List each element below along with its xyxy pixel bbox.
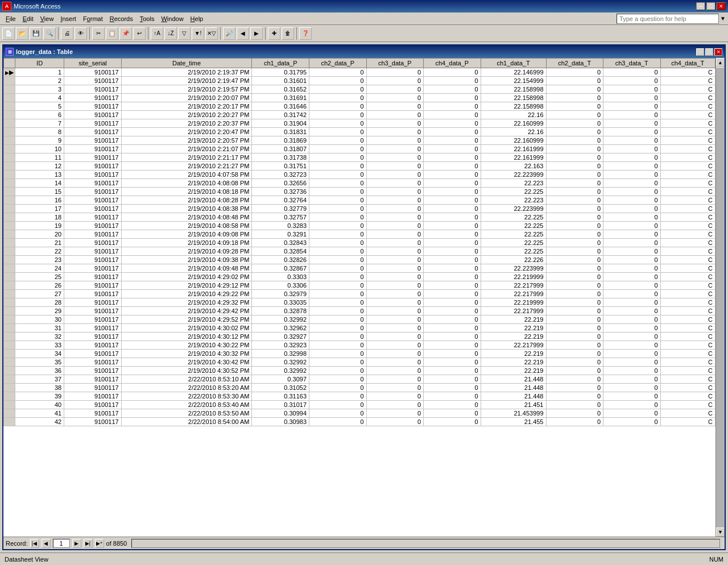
maximize-button[interactable]: □	[706, 2, 715, 10]
col-ch3t-header[interactable]: ch3_data_T	[603, 59, 661, 68]
table-row[interactable]: 4191001172/22/2010 8:53:50 AM0.309940002…	[4, 409, 715, 418]
paste-button[interactable]: 📌	[119, 27, 132, 40]
nav-prev-button[interactable]: ◀	[237, 27, 249, 40]
table-row[interactable]: 2691001172/19/2010 4:29:12 PM0.330600022…	[4, 281, 715, 290]
scroll-track[interactable]	[716, 68, 725, 527]
new-button[interactable]: 📄	[2, 27, 15, 40]
table-row[interactable]: 491001172/19/2010 2:20:07 PM0.3169100022…	[4, 94, 715, 102]
table-row[interactable]: 3391001172/19/2010 4:30:22 PM0.329230002…	[4, 341, 715, 350]
minimize-button[interactable]: ─	[696, 2, 705, 10]
scroll-up-button[interactable]: ▲	[716, 58, 725, 67]
undo-button[interactable]: ↩	[133, 27, 146, 40]
table-close-button[interactable]: ✕	[714, 48, 722, 56]
col-serial-header[interactable]: site_serial	[64, 59, 122, 68]
table-row[interactable]: 3291001172/19/2010 4:30:12 PM0.329270002…	[4, 333, 715, 341]
table-row[interactable]: 391001172/19/2010 2:19:57 PM0.3165200022…	[4, 85, 715, 94]
table-row[interactable]: 3191001172/19/2010 4:30:02 PM0.329620002…	[4, 324, 715, 333]
table-row[interactable]: 891001172/19/2010 2:20:47 PM0.3183100022…	[4, 128, 715, 136]
col-ch2p-header[interactable]: ch2_data_P	[309, 59, 367, 68]
table-row[interactable]: 1291001172/19/2010 2:21:27 PM0.317510002…	[4, 162, 715, 171]
table-row[interactable]: 3991001172/22/2010 8:53:30 AM0.311630002…	[4, 392, 715, 401]
table-row[interactable]: 2091001172/19/2010 4:09:08 PM0.329100022…	[4, 230, 715, 239]
table-row[interactable]: 3091001172/19/2010 4:29:52 PM0.329920002…	[4, 315, 715, 324]
table-row[interactable]: 591001172/19/2010 2:20:17 PM0.3164600022…	[4, 102, 715, 111]
table-row[interactable]: ▶191001172/19/2010 2:19:37 PM0.317950002…	[4, 68, 715, 77]
col-id-header[interactable]: ID	[15, 59, 64, 68]
table-row[interactable]: 691001172/19/2010 2:20:27 PM0.3174200022…	[4, 111, 715, 119]
print-button[interactable]: 🖨	[61, 27, 73, 40]
menu-records[interactable]: Records	[106, 14, 136, 23]
table-row[interactable]: 991001172/19/2010 2:20:57 PM0.3186900022…	[4, 136, 715, 145]
col-ch4p-header[interactable]: ch4_data_P	[424, 59, 481, 68]
menu-tools[interactable]: Tools	[136, 14, 158, 23]
preview-button[interactable]: 👁	[75, 27, 87, 40]
table-row[interactable]: 4091001172/22/2010 8:53:40 AM0.310170002…	[4, 401, 715, 409]
table-row[interactable]: 1691001172/19/2010 4:08:28 PM0.327640002…	[4, 196, 715, 205]
find-button[interactable]: 🔎	[223, 27, 235, 40]
table-row[interactable]: 1091001172/19/2010 2:21:07 PM0.318070002…	[4, 145, 715, 153]
table-row[interactable]: 3491001172/19/2010 4:30:32 PM0.329980002…	[4, 350, 715, 358]
table-row[interactable]: 1591001172/19/2010 4:08:18 PM0.327360002…	[4, 188, 715, 196]
table-row[interactable]: 291001172/19/2010 2:19:47 PM0.3160100022…	[4, 77, 715, 85]
nav-next-record-button[interactable]: ▶	[72, 539, 81, 548]
current-record-input[interactable]	[53, 539, 70, 548]
menu-view[interactable]: View	[37, 14, 57, 23]
table-row[interactable]: 2891001172/19/2010 4:29:32 PM0.330350002…	[4, 298, 715, 307]
table-row[interactable]: 3691001172/19/2010 4:30:52 PM0.329920002…	[4, 367, 715, 375]
table-row[interactable]: 2591001172/19/2010 4:29:02 PM0.330300022…	[4, 273, 715, 281]
col-ch4t-header[interactable]: ch4_data_T	[660, 59, 715, 68]
search-button[interactable]: 🔍	[43, 27, 56, 40]
sort-desc-button[interactable]: ↓Z	[164, 27, 177, 40]
menu-help[interactable]: Help	[187, 14, 207, 23]
filter-button[interactable]: ▽	[178, 27, 191, 40]
help2-button[interactable]: ❓	[299, 27, 312, 40]
col-ch2t-header[interactable]: ch2_data_T	[546, 59, 603, 68]
menu-insert[interactable]: Insert	[57, 14, 80, 23]
delete-record-button[interactable]: 🗑	[282, 27, 294, 40]
datasheet-scroll[interactable]: ID site_serial Date_time ch1_data_P ch2_…	[3, 58, 715, 537]
menu-window[interactable]: Window	[158, 14, 187, 23]
table-row[interactable]: 2391001172/19/2010 4:09:38 PM0.328260002…	[4, 256, 715, 264]
col-ch1t-header[interactable]: ch1_data_T	[481, 59, 546, 68]
table-row[interactable]: 2291001172/19/2010 4:09:28 PM0.328540002…	[4, 247, 715, 256]
col-ch3p-header[interactable]: ch3_data_P	[366, 59, 424, 68]
table-row[interactable]: 3591001172/19/2010 4:30:42 PM0.329920002…	[4, 358, 715, 367]
horizontal-scrollbar[interactable]	[131, 539, 720, 548]
table-row[interactable]: 1991001172/19/2010 4:08:58 PM0.328300022…	[4, 222, 715, 230]
filter-remove-button[interactable]: ✕▽	[205, 27, 218, 40]
sort-asc-button[interactable]: ↑A	[151, 27, 163, 40]
table-row[interactable]: 1891001172/19/2010 4:08:48 PM0.327570002…	[4, 213, 715, 222]
menu-edit[interactable]: Edit	[19, 14, 37, 23]
table-row[interactable]: 2791001172/19/2010 4:29:22 PM0.329790002…	[4, 290, 715, 298]
col-ch1p-header[interactable]: ch1_data_P	[252, 59, 309, 68]
table-maximize-button[interactable]: □	[705, 48, 713, 56]
save-button[interactable]: 💾	[30, 27, 42, 40]
table-row[interactable]: 1191001172/19/2010 2:21:17 PM0.317380002…	[4, 153, 715, 162]
table-row[interactable]: 2491001172/19/2010 4:09:48 PM0.328670002…	[4, 264, 715, 273]
table-minimize-button[interactable]: ─	[696, 48, 704, 56]
table-row[interactable]: 1791001172/19/2010 4:08:38 PM0.327790002…	[4, 205, 715, 213]
table-row[interactable]: 1491001172/19/2010 4:08:08 PM0.326560002…	[4, 179, 715, 188]
table-row[interactable]: 1391001172/19/2010 4:07:58 PM0.327230002…	[4, 171, 715, 179]
scroll-down-button[interactable]: ▼	[716, 527, 725, 537]
nav-last-button[interactable]: ▶|	[84, 539, 93, 548]
table-row[interactable]: 4291001172/22/2010 8:54:00 AM0.309830002…	[4, 418, 715, 426]
vertical-scrollbar[interactable]: ▲ ▼	[715, 58, 725, 537]
table-row[interactable]: 3891001172/22/2010 8:53:20 AM0.310520002…	[4, 384, 715, 392]
cut-button[interactable]: ✂	[92, 27, 105, 40]
col-datetime-header[interactable]: Date_time	[121, 59, 252, 68]
table-row[interactable]: 3791001172/22/2010 8:53:10 AM0.309700021…	[4, 375, 715, 384]
menu-file[interactable]: File	[2, 14, 19, 23]
table-row[interactable]: 2991001172/19/2010 4:29:42 PM0.328780002…	[4, 307, 715, 315]
open-button[interactable]: 📂	[16, 27, 28, 40]
nav-new-button[interactable]: ▶*	[95, 539, 104, 548]
help-input[interactable]	[617, 14, 719, 24]
table-row[interactable]: 791001172/19/2010 2:20:37 PM0.3190400022…	[4, 119, 715, 128]
nav-next-button[interactable]: ▶	[250, 27, 263, 40]
table-row[interactable]: 2191001172/19/2010 4:09:18 PM0.328430002…	[4, 239, 715, 247]
nav-prev-record-button[interactable]: ◀	[42, 539, 51, 548]
copy-button[interactable]: 📋	[106, 27, 118, 40]
close-button[interactable]: ✕	[717, 2, 726, 10]
new-record-button[interactable]: ✚	[268, 27, 280, 40]
filter-apply-button[interactable]: ▼!	[192, 27, 204, 40]
